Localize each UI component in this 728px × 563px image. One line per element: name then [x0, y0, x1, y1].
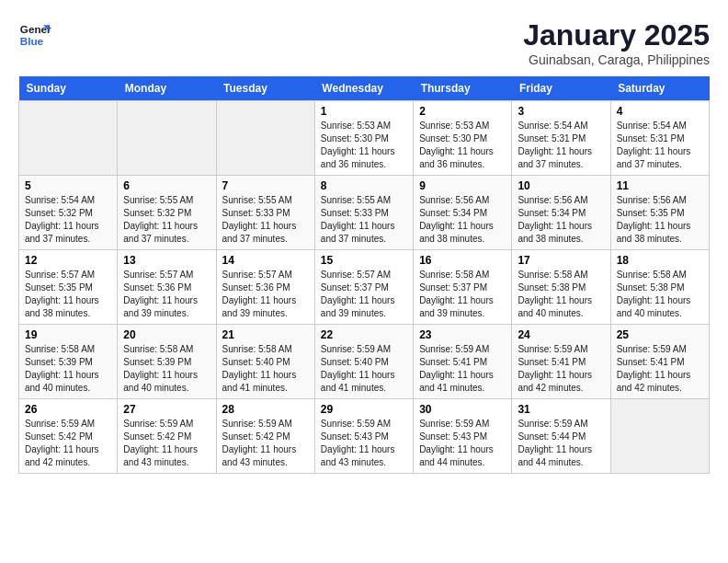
- page-header: General Blue January 2025 Guinabsan, Car…: [18, 18, 710, 67]
- calendar-cell: [19, 101, 118, 176]
- day-number: 23: [419, 328, 506, 341]
- day-info: Sunrise: 5:55 AM Sunset: 5:32 PM Dayligh…: [123, 194, 210, 246]
- calendar-cell: 10Sunrise: 5:56 AM Sunset: 5:34 PM Dayli…: [512, 176, 610, 250]
- month-title: January 2025: [523, 18, 710, 52]
- day-number: 6: [123, 179, 210, 192]
- calendar-cell: 3Sunrise: 5:54 AM Sunset: 5:31 PM Daylig…: [512, 101, 610, 176]
- day-info: Sunrise: 5:57 AM Sunset: 5:36 PM Dayligh…: [222, 269, 309, 320]
- day-info: Sunrise: 5:53 AM Sunset: 5:30 PM Dayligh…: [321, 120, 407, 171]
- day-info: Sunrise: 5:59 AM Sunset: 5:41 PM Dayligh…: [617, 343, 703, 395]
- day-number: 29: [321, 403, 407, 416]
- calendar-cell: 12Sunrise: 5:57 AM Sunset: 5:35 PM Dayli…: [19, 250, 118, 325]
- day-number: 9: [419, 179, 506, 192]
- col-saturday: Saturday: [610, 76, 709, 101]
- calendar-cell: 28Sunrise: 5:59 AM Sunset: 5:42 PM Dayli…: [216, 399, 314, 474]
- day-info: Sunrise: 5:56 AM Sunset: 5:34 PM Dayligh…: [518, 194, 604, 246]
- calendar-cell: 29Sunrise: 5:59 AM Sunset: 5:43 PM Dayli…: [314, 399, 413, 474]
- calendar-table: Sunday Monday Tuesday Wednesday Thursday…: [18, 76, 710, 474]
- day-number: 3: [518, 105, 604, 118]
- calendar-cell: 25Sunrise: 5:59 AM Sunset: 5:41 PM Dayli…: [610, 325, 709, 399]
- day-info: Sunrise: 5:55 AM Sunset: 5:33 PM Dayligh…: [321, 194, 407, 246]
- day-info: Sunrise: 5:58 AM Sunset: 5:38 PM Dayligh…: [518, 269, 604, 320]
- day-number: 24: [518, 328, 604, 341]
- day-info: Sunrise: 5:59 AM Sunset: 5:41 PM Dayligh…: [518, 343, 604, 395]
- day-number: 18: [617, 254, 703, 267]
- calendar-cell: 1Sunrise: 5:53 AM Sunset: 5:30 PM Daylig…: [314, 101, 413, 176]
- day-number: 1: [321, 105, 407, 118]
- day-info: Sunrise: 5:58 AM Sunset: 5:38 PM Dayligh…: [617, 269, 703, 320]
- day-info: Sunrise: 5:59 AM Sunset: 5:42 PM Dayligh…: [222, 418, 309, 469]
- day-info: Sunrise: 5:58 AM Sunset: 5:37 PM Dayligh…: [419, 269, 506, 320]
- day-info: Sunrise: 5:59 AM Sunset: 5:43 PM Dayligh…: [321, 418, 407, 469]
- calendar-cell: 9Sunrise: 5:56 AM Sunset: 5:34 PM Daylig…: [414, 176, 512, 250]
- day-info: Sunrise: 5:56 AM Sunset: 5:35 PM Dayligh…: [617, 194, 703, 246]
- svg-text:Blue: Blue: [20, 35, 44, 47]
- calendar-week-row: 12Sunrise: 5:57 AM Sunset: 5:35 PM Dayli…: [19, 250, 710, 325]
- col-sunday: Sunday: [19, 76, 118, 101]
- day-number: 19: [25, 328, 111, 341]
- col-tuesday: Tuesday: [216, 76, 314, 101]
- calendar-cell: 5Sunrise: 5:54 AM Sunset: 5:32 PM Daylig…: [19, 176, 118, 250]
- calendar-cell: 22Sunrise: 5:59 AM Sunset: 5:40 PM Dayli…: [314, 325, 413, 399]
- day-number: 14: [222, 254, 309, 267]
- calendar-cell: 21Sunrise: 5:58 AM Sunset: 5:40 PM Dayli…: [216, 325, 314, 399]
- day-info: Sunrise: 5:59 AM Sunset: 5:43 PM Dayligh…: [419, 418, 506, 469]
- day-info: Sunrise: 5:59 AM Sunset: 5:42 PM Dayligh…: [25, 418, 111, 469]
- day-info: Sunrise: 5:58 AM Sunset: 5:39 PM Dayligh…: [123, 343, 210, 395]
- day-number: 27: [123, 403, 210, 416]
- day-number: 25: [617, 328, 703, 341]
- calendar-cell: 30Sunrise: 5:59 AM Sunset: 5:43 PM Dayli…: [414, 399, 512, 474]
- day-number: 26: [25, 403, 111, 416]
- day-number: 28: [222, 403, 309, 416]
- calendar-cell: 14Sunrise: 5:57 AM Sunset: 5:36 PM Dayli…: [216, 250, 314, 325]
- calendar-week-row: 26Sunrise: 5:59 AM Sunset: 5:42 PM Dayli…: [19, 399, 710, 474]
- day-info: Sunrise: 5:58 AM Sunset: 5:40 PM Dayligh…: [222, 343, 309, 395]
- day-info: Sunrise: 5:59 AM Sunset: 5:44 PM Dayligh…: [518, 418, 604, 469]
- day-info: Sunrise: 5:54 AM Sunset: 5:31 PM Dayligh…: [617, 120, 703, 171]
- calendar-week-row: 19Sunrise: 5:58 AM Sunset: 5:39 PM Dayli…: [19, 325, 710, 399]
- col-friday: Friday: [512, 76, 610, 101]
- day-number: 4: [617, 105, 703, 118]
- calendar-cell: 7Sunrise: 5:55 AM Sunset: 5:33 PM Daylig…: [216, 176, 314, 250]
- calendar-cell: 27Sunrise: 5:59 AM Sunset: 5:42 PM Dayli…: [118, 399, 216, 474]
- day-info: Sunrise: 5:57 AM Sunset: 5:36 PM Dayligh…: [123, 269, 210, 320]
- calendar-cell: 18Sunrise: 5:58 AM Sunset: 5:38 PM Dayli…: [610, 250, 709, 325]
- day-info: Sunrise: 5:53 AM Sunset: 5:30 PM Dayligh…: [419, 120, 506, 171]
- day-number: 21: [222, 328, 309, 341]
- calendar-cell: 17Sunrise: 5:58 AM Sunset: 5:38 PM Dayli…: [512, 250, 610, 325]
- calendar-cell: 11Sunrise: 5:56 AM Sunset: 5:35 PM Dayli…: [610, 176, 709, 250]
- calendar-cell: 6Sunrise: 5:55 AM Sunset: 5:32 PM Daylig…: [118, 176, 216, 250]
- day-info: Sunrise: 5:54 AM Sunset: 5:31 PM Dayligh…: [518, 120, 604, 171]
- day-info: Sunrise: 5:56 AM Sunset: 5:34 PM Dayligh…: [419, 194, 506, 246]
- calendar-cell: 31Sunrise: 5:59 AM Sunset: 5:44 PM Dayli…: [512, 399, 610, 474]
- day-info: Sunrise: 5:59 AM Sunset: 5:42 PM Dayligh…: [123, 418, 210, 469]
- calendar-cell: 16Sunrise: 5:58 AM Sunset: 5:37 PM Dayli…: [414, 250, 512, 325]
- day-number: 15: [321, 254, 407, 267]
- calendar-cell: 2Sunrise: 5:53 AM Sunset: 5:30 PM Daylig…: [414, 101, 512, 176]
- day-number: 31: [518, 403, 604, 416]
- day-info: Sunrise: 5:58 AM Sunset: 5:39 PM Dayligh…: [25, 343, 111, 395]
- col-monday: Monday: [118, 76, 216, 101]
- day-info: Sunrise: 5:55 AM Sunset: 5:33 PM Dayligh…: [222, 194, 309, 246]
- svg-text:General: General: [20, 23, 51, 35]
- day-number: 22: [321, 328, 407, 341]
- calendar-cell: 23Sunrise: 5:59 AM Sunset: 5:41 PM Dayli…: [414, 325, 512, 399]
- day-number: 17: [518, 254, 604, 267]
- calendar-cell: [216, 101, 314, 176]
- day-number: 8: [321, 179, 407, 192]
- day-number: 10: [518, 179, 604, 192]
- calendar-cell: 24Sunrise: 5:59 AM Sunset: 5:41 PM Dayli…: [512, 325, 610, 399]
- calendar-cell: 13Sunrise: 5:57 AM Sunset: 5:36 PM Dayli…: [118, 250, 216, 325]
- day-number: 16: [419, 254, 506, 267]
- calendar-body: 1Sunrise: 5:53 AM Sunset: 5:30 PM Daylig…: [19, 101, 710, 474]
- location-subtitle: Guinabsan, Caraga, Philippines: [523, 52, 710, 67]
- title-block: January 2025 Guinabsan, Caraga, Philippi…: [523, 18, 710, 67]
- calendar-cell: 19Sunrise: 5:58 AM Sunset: 5:39 PM Dayli…: [19, 325, 118, 399]
- day-number: 7: [222, 179, 309, 192]
- calendar-week-row: 5Sunrise: 5:54 AM Sunset: 5:32 PM Daylig…: [19, 176, 710, 250]
- logo-icon: General Blue: [18, 18, 51, 52]
- col-wednesday: Wednesday: [314, 76, 413, 101]
- calendar-cell: [118, 101, 216, 176]
- calendar-cell: 26Sunrise: 5:59 AM Sunset: 5:42 PM Dayli…: [19, 399, 118, 474]
- calendar-cell: 15Sunrise: 5:57 AM Sunset: 5:37 PM Dayli…: [314, 250, 413, 325]
